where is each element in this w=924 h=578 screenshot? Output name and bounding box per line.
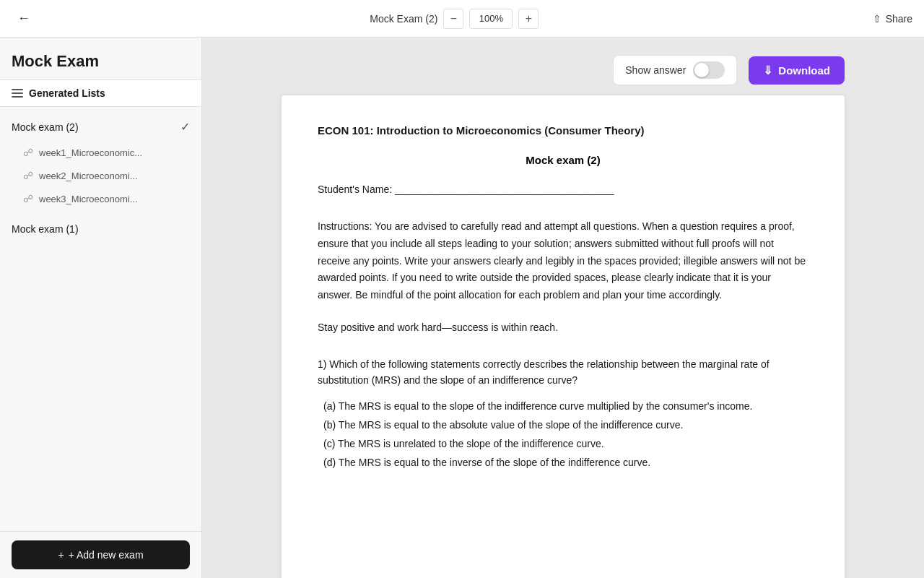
sidebar-header: Mock Exam <box>0 38 201 79</box>
exam-item-label-mock-1: Mock exam (1) <box>12 223 79 235</box>
doc-option-d: (d) The MRS is equal to the inverse of t… <box>318 457 808 468</box>
show-answer-container: Show answer <box>613 55 737 85</box>
sub-item-label-1: week1_Microeconomic... <box>39 147 142 158</box>
file-icon: ☍ <box>23 170 33 181</box>
doc-option-a: (a) The MRS is equal to the slope of the… <box>318 400 808 412</box>
exam-item-label-mock-2: Mock exam (2) <box>12 121 79 133</box>
sidebar-section-header: Generated Lists <box>0 79 201 107</box>
add-new-exam-button[interactable]: + + Add new exam <box>12 540 190 569</box>
zoom-input[interactable] <box>469 9 513 29</box>
exam-item-mock-1[interactable]: Mock exam (1) <box>0 216 201 242</box>
back-button[interactable]: ← <box>12 8 36 29</box>
download-label: Download <box>778 64 830 77</box>
share-button[interactable]: ⇧ Share <box>873 13 912 25</box>
show-answer-label: Show answer <box>625 64 686 76</box>
sub-items-mock-2: ☍ week1_Microeconomic... ☍ week2_Microec… <box>0 141 201 210</box>
show-answer-toggle[interactable] <box>693 61 725 79</box>
doc-option-c: (c) The MRS is unrelated to the slope of… <box>318 438 808 449</box>
doc-motivation: Stay positive and work hard—success is w… <box>318 322 808 333</box>
content-area: Show answer ⇓ Download ECON 101: Introdu… <box>202 38 924 578</box>
doc-toolbar: Show answer ⇓ Download <box>613 55 845 85</box>
zoom-in-button[interactable]: + <box>518 9 539 29</box>
toggle-knob <box>694 63 709 77</box>
topbar-center: Mock Exam (2) − + <box>370 9 539 29</box>
list-item[interactable]: ☍ week3_Microeconomi... <box>0 187 201 210</box>
topbar-title: Mock Exam (2) <box>370 13 437 25</box>
share-icon: ⇧ <box>873 13 881 25</box>
exam-item-mock-2[interactable]: Mock exam (2) ✓ <box>0 113 201 141</box>
doc-question-1: 1) Which of the following statements cor… <box>318 356 808 389</box>
app-title: Mock Exam <box>12 52 190 71</box>
section-label: Generated Lists <box>29 87 105 99</box>
list-item[interactable]: ☍ week2_Microeconomi... <box>0 164 201 187</box>
doc-course-title: ECON 101: Introduction to Microeconomics… <box>318 124 808 137</box>
check-icon: ✓ <box>180 120 190 134</box>
topbar: ← Mock Exam (2) − + ⇧ Share <box>0 0 924 38</box>
download-button[interactable]: ⇓ Download <box>749 56 845 85</box>
hamburger-icon <box>12 89 23 98</box>
zoom-out-button[interactable]: − <box>443 9 463 29</box>
sidebar: Mock Exam Generated Lists Mock exam (2) … <box>0 38 202 578</box>
doc-exam-title: Mock exam (2) <box>318 154 808 166</box>
plus-icon: + <box>58 549 64 561</box>
main-layout: Mock Exam Generated Lists Mock exam (2) … <box>0 38 924 578</box>
sub-item-label-3: week3_Microeconomi... <box>39 194 138 204</box>
sub-item-label-2: week2_Microeconomi... <box>39 171 138 181</box>
file-icon: ☍ <box>23 147 33 158</box>
document-wrapper: ECON 101: Introduction to Microeconomics… <box>282 95 845 578</box>
doc-student-name: Student's Name: ________________________… <box>318 184 808 195</box>
list-item[interactable]: ☍ week1_Microeconomic... <box>0 141 201 164</box>
add-btn-label: + Add new exam <box>69 549 144 561</box>
doc-instructions: Instructions: You are advised to careful… <box>318 218 808 304</box>
doc-option-b: (b) The MRS is equal to the absolute val… <box>318 419 808 431</box>
share-label: Share <box>886 13 912 25</box>
sidebar-footer: + + Add new exam <box>0 531 201 578</box>
download-icon: ⇓ <box>763 64 772 77</box>
sidebar-list: Mock exam (2) ✓ ☍ week1_Microeconomic...… <box>0 107 201 531</box>
file-icon: ☍ <box>23 193 33 204</box>
